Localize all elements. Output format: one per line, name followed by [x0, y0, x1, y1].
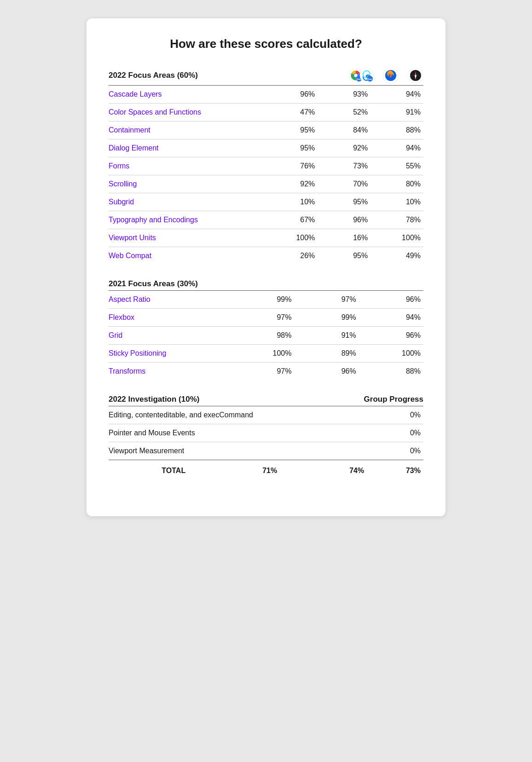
row-name: Pointer and Mouse Events: [109, 424, 367, 442]
total-col1: 71%: [193, 460, 280, 480]
row-col2: 96%: [294, 363, 359, 381]
row-name[interactable]: Web Compat: [109, 247, 265, 265]
row-col3: 91%: [370, 104, 423, 121]
row-name[interactable]: Dialog Element: [109, 139, 265, 157]
row-name[interactable]: Subgrid: [109, 193, 265, 211]
svg-text:Dev: Dev: [368, 78, 373, 81]
row-col3: 88%: [370, 121, 423, 139]
row-col3: 94%: [370, 86, 423, 104]
row-col3: 80%: [370, 175, 423, 193]
section-2021-header: 2021 Focus Areas (30%): [109, 279, 423, 289]
row-col1: 98%: [230, 327, 294, 345]
row-col3: 96%: [359, 327, 423, 345]
table-row: Typography and Encodings 67% 96% 78%: [109, 211, 423, 229]
svg-point-18: [415, 75, 416, 76]
row-col2: 95%: [318, 247, 370, 265]
row-col1: 95%: [265, 121, 318, 139]
row-name[interactable]: Forms: [109, 157, 265, 175]
table-row: Scrolling 92% 70% 80%: [109, 175, 423, 193]
row-name[interactable]: Color Spaces and Functions: [109, 104, 265, 121]
row-name: Editing, contenteditable, and execComman…: [109, 406, 367, 424]
firefox-icon: [383, 68, 399, 83]
row-col2: 99%: [294, 309, 359, 327]
row-col3: 94%: [370, 139, 423, 157]
row-col1: 10%: [265, 193, 318, 211]
chrome-edge-dev-icons: Dev Dev: [349, 69, 374, 82]
table-row: Color Spaces and Functions 47% 52% 91%: [109, 104, 423, 121]
table-row: Pointer and Mouse Events 0%: [109, 424, 423, 442]
row-col1: 95%: [265, 139, 318, 157]
row-col2: 95%: [318, 193, 370, 211]
row-col3: 49%: [370, 247, 423, 265]
row-col2: 97%: [294, 291, 359, 309]
row-col1: 76%: [265, 157, 318, 175]
total-col2: 74%: [280, 460, 367, 480]
row-col2: 52%: [318, 104, 370, 121]
table-row: Subgrid 10% 95% 10%: [109, 193, 423, 211]
section-2022-title: 2022 Focus Areas (60%): [109, 71, 349, 80]
edge-dev-icon: Dev: [360, 69, 374, 82]
row-col3: 94%: [359, 309, 423, 327]
row-col2: 92%: [318, 139, 370, 157]
row-col1: 67%: [265, 211, 318, 229]
table-row: Viewport Units 100% 16% 100%: [109, 229, 423, 247]
page-title: How are these scores calculated?: [109, 37, 423, 51]
group-progress-label: Group Progress: [364, 395, 423, 404]
section-2022-header-row: 2022 Focus Areas (60%): [109, 68, 423, 83]
section-2022-investigation: 2022 Investigation (10%) Group Progress …: [109, 395, 423, 479]
row-col1: 99%: [230, 291, 294, 309]
row-name: Viewport Measurement: [109, 442, 367, 460]
main-card: How are these scores calculated? 2022 Fo…: [87, 18, 445, 516]
row-col3: 88%: [359, 363, 423, 381]
section-2021-focus: 2021 Focus Areas (30%) Aspect Ratio 99% …: [109, 279, 423, 380]
row-name[interactable]: Aspect Ratio: [109, 291, 230, 309]
row-col1: 97%: [230, 363, 294, 381]
row-col3: 96%: [359, 291, 423, 309]
row-name[interactable]: Viewport Units: [109, 229, 265, 247]
row-name[interactable]: Grid: [109, 327, 230, 345]
section-2022-focus: 2022 Focus Areas (60%): [109, 68, 423, 265]
row-name[interactable]: Cascade Layers: [109, 86, 265, 104]
table-row: Grid 98% 91% 96%: [109, 327, 423, 345]
table-row: Dialog Element 95% 92% 94%: [109, 139, 423, 157]
row-name[interactable]: Typography and Encodings: [109, 211, 265, 229]
table-row: Cascade Layers 96% 93% 94%: [109, 86, 423, 104]
safari-icon: [408, 68, 423, 83]
row-col2: 84%: [318, 121, 370, 139]
row-col3: 100%: [359, 345, 423, 363]
svg-point-4: [354, 74, 357, 77]
row-name[interactable]: Scrolling: [109, 175, 265, 193]
row-col3: 0%: [367, 406, 423, 424]
table-row: Viewport Measurement 0%: [109, 442, 423, 460]
row-col2: 70%: [318, 175, 370, 193]
row-name[interactable]: Sticky Positioning: [109, 345, 230, 363]
row-name[interactable]: Containment: [109, 121, 265, 139]
row-col2: 93%: [318, 86, 370, 104]
table-row: Forms 76% 73% 55%: [109, 157, 423, 175]
row-col3: 55%: [370, 157, 423, 175]
table-row: Transforms 97% 96% 88%: [109, 363, 423, 381]
section-2022inv-header: 2022 Investigation (10%) Group Progress: [109, 395, 423, 404]
table-row: Containment 95% 84% 88%: [109, 121, 423, 139]
row-col3: 0%: [367, 424, 423, 442]
row-col3: 0%: [367, 442, 423, 460]
table-2022-investigation: Editing, contenteditable, and execComman…: [109, 406, 423, 479]
row-col1: 26%: [265, 247, 318, 265]
section-2021-title: 2021 Focus Areas (30%): [109, 279, 423, 289]
row-col1: 47%: [265, 104, 318, 121]
table-row: Web Compat 26% 95% 49%: [109, 247, 423, 265]
table-row: Sticky Positioning 100% 89% 100%: [109, 345, 423, 363]
table-2022-focus: Cascade Layers 96% 93% 94% Color Spaces …: [109, 85, 423, 265]
row-col1: 92%: [265, 175, 318, 193]
row-col1: 100%: [230, 345, 294, 363]
table-row: Flexbox 97% 99% 94%: [109, 309, 423, 327]
row-col1: 96%: [265, 86, 318, 104]
section-2022inv-title: 2022 Investigation (10%): [109, 395, 364, 404]
row-name[interactable]: Transforms: [109, 363, 230, 381]
total-row: TOTAL 71% 74% 73%: [109, 460, 423, 480]
total-label: TOTAL: [109, 460, 193, 480]
row-name[interactable]: Flexbox: [109, 309, 230, 327]
browser-icons: Dev Dev: [349, 68, 423, 83]
row-col1: 97%: [230, 309, 294, 327]
table-2021-focus: Aspect Ratio 99% 97% 96% Flexbox 97% 99%…: [109, 290, 423, 380]
